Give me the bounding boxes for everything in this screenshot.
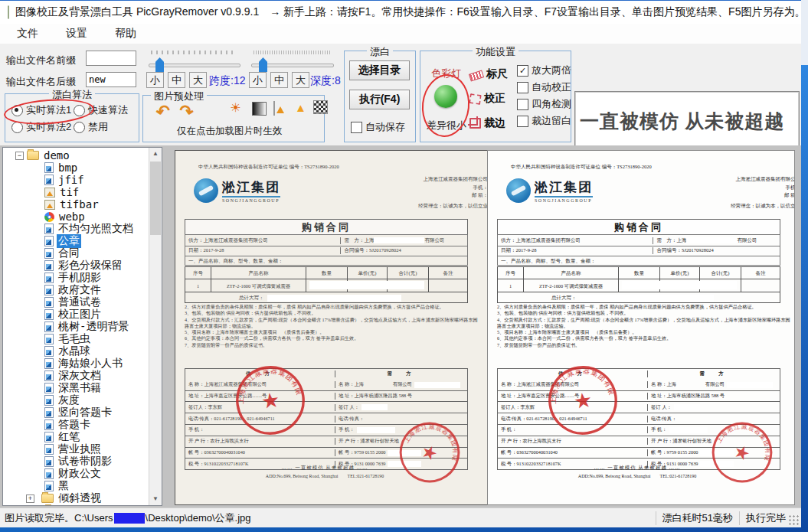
check-四角检测[interactable]: 四角检测 <box>517 96 571 113</box>
date-row: 日期：2017-9-28 合同编号：SJ20170928024 <box>185 246 468 256</box>
preview-original[interactable]: 中华人民共和国特种设备制造许可证单位 编号：TS2731890-2020 淞江集… <box>175 150 505 505</box>
product-table-header: 序号产品名称数量单价(元)合计(元)备注 <box>498 267 780 279</box>
tree-item-partial[interactable] <box>3 504 149 505</box>
span-slider-ticks <box>151 51 237 54</box>
tree-item-root[interactable]: −demo <box>3 149 149 162</box>
size-button-中[interactable]: 中 <box>168 72 185 88</box>
tree-item-毛毛虫[interactable]: 毛毛虫 <box>3 333 149 345</box>
chrome-icon <box>44 212 54 222</box>
contract-title: 购销合同 <box>185 219 468 235</box>
check-放大两倍[interactable]: ✓放大两倍 <box>517 62 571 79</box>
phone-line: 手机： <box>418 184 488 192</box>
section-heading: 一、产品名称、商标、型号、数量、金额： <box>185 256 468 266</box>
radio-禁用[interactable]: 禁用 <box>74 119 136 135</box>
scroll-up-icon[interactable]: ▲ <box>149 148 162 160</box>
image-icon <box>44 444 54 455</box>
size-button-大[interactable]: 大 <box>292 72 309 88</box>
tree-item-答题卡[interactable]: 答题卡 <box>3 419 149 431</box>
company-contact: 上海淞江减震器集团有限公司 手机： 邮 箱： 经营理念：以诚为本，以信立业 <box>731 175 795 210</box>
tree-item-普通试卷[interactable]: 普通试卷 <box>3 296 149 308</box>
undo-icon[interactable]: ↶ <box>155 101 172 123</box>
tree-item-试卷带阴影[interactable]: 试卷带阴影 <box>3 455 149 468</box>
check-自动校正[interactable]: 自动校正 <box>517 79 571 96</box>
threshold-icon[interactable]: ▲ <box>294 102 307 114</box>
scroll-down-icon[interactable]: ▼ <box>149 493 162 505</box>
algorithm-groupbox: 漂白算法 实时算法1快速算法实时算法2禁用 <box>5 93 139 142</box>
size-button-小[interactable]: 小 <box>249 72 267 88</box>
image-icon <box>44 358 54 369</box>
date-cell: 日期：2017-9-28 <box>185 247 340 254</box>
tree-item-彩色分级保留[interactable]: 彩色分级保留 <box>3 259 149 272</box>
tree-item-政府文件[interactable]: 政府文件 <box>3 284 149 296</box>
image-icon <box>44 297 54 308</box>
tree-item-jfif[interactable]: jfif <box>3 174 149 186</box>
tree-item-海姑娘小人书[interactable]: 海姑娘小人书 <box>3 357 149 370</box>
tool-裁边[interactable]: 裁边 <box>469 111 508 135</box>
tree-item-合同[interactable]: 合同 <box>3 247 149 259</box>
tree-item-手机阴影[interactable]: 手机阴影 <box>3 272 149 284</box>
span-size-buttons: 小中大 <box>146 72 207 88</box>
suffix-input[interactable] <box>86 72 136 87</box>
scrollbar-thumb[interactable] <box>150 162 161 235</box>
checkbox-icon: ✓ <box>517 65 528 77</box>
tree-item-营业执照[interactable]: 营业执照 <box>3 443 149 455</box>
menu-文件[interactable]: 文件 <box>6 24 49 43</box>
tool-校正[interactable]: 校正 <box>469 86 508 111</box>
tree-scrollbar[interactable]: ▲ ▼ <box>149 148 162 505</box>
app-icon <box>8 5 9 19</box>
image-icon <box>44 407 54 418</box>
dither-icon[interactable] <box>313 100 328 114</box>
tree-item-红笔[interactable]: 红笔 <box>3 431 149 443</box>
redo-icon[interactable]: ↷ <box>178 101 195 123</box>
tree-item-水晶球[interactable]: 水晶球 <box>3 345 149 357</box>
size-button-小[interactable]: 小 <box>146 72 164 88</box>
parties-table-head: 供 方 需 方 <box>498 369 780 380</box>
window-title: 图像校正及背景漂白工具 PicGrayRemover v0.9.9.1 <box>15 5 259 19</box>
size-button-中[interactable]: 中 <box>270 72 288 88</box>
preprocess-hint: 仅在点击加载图片时生效 <box>177 125 283 138</box>
parties-table: 供 方 需 方 名 称：上海淞江减震器集团有限公司名 称：上海 有限公司地 址：… <box>185 368 468 470</box>
prefix-input[interactable] <box>86 51 136 66</box>
radio-实时算法2[interactable]: 实时算法2 <box>11 119 74 135</box>
tree-item-财政公文[interactable]: 财政公文 <box>3 468 149 480</box>
radio-快速算法[interactable]: 快速算法 <box>74 102 136 119</box>
size-button-大[interactable]: 大 <box>189 72 207 88</box>
execute-button[interactable]: 执行(F4) <box>349 90 410 109</box>
check-裁边留白[interactable]: 裁边留白 <box>517 113 571 129</box>
control-panel: 输出文件名前缀 输出文件名后缀 漂白算法 实时算法1快速算法实时算法2禁用 小中… <box>0 44 801 145</box>
depth-slider-ticks <box>254 51 330 54</box>
span-slider-thumb[interactable] <box>155 57 164 72</box>
tree-item-桃树-透明背景[interactable]: 桃树-透明背景 <box>3 321 149 333</box>
preview-processed[interactable]: 中华人民共和国特种设备制造许可证单位 编号：TS2731890-2020 淞江集… <box>487 150 795 505</box>
status-right: 漂白耗时51毫秒 执行完毕 <box>649 511 801 526</box>
tree-item-bmp[interactable]: bmp <box>3 162 149 174</box>
tree-item-深黑书籍[interactable]: 深黑书籍 <box>3 382 149 394</box>
contrast-icon[interactable] <box>252 102 267 116</box>
histogram-icon[interactable] <box>273 101 275 116</box>
tree-item-公章[interactable]: 公章 <box>3 235 149 247</box>
menu-设置[interactable]: 设置 <box>55 24 98 43</box>
tree-item-黑[interactable]: 黑 <box>3 480 149 492</box>
checkbox-icon <box>517 116 528 127</box>
autosave-checkbox[interactable]: 自动保存 <box>351 120 405 134</box>
tree-item-深灰文档[interactable]: 深灰文档 <box>3 370 149 382</box>
expander-icon: + <box>26 494 34 503</box>
brightness-icon[interactable]: ☀ <box>229 102 242 114</box>
depth-slider-thumb[interactable] <box>259 57 267 72</box>
tree-item-不均匀光照文档[interactable]: 不均匀光照文档 <box>3 223 149 235</box>
tree-item-竖向答题卡[interactable]: 竖向答题卡 <box>3 406 149 419</box>
tree-item-webp[interactable]: webp <box>3 211 149 223</box>
tree-item-tifbar[interactable]: tifbar <box>3 198 149 211</box>
image-icon <box>44 395 54 406</box>
tool-标尺[interactable]: 标尺 <box>469 62 508 86</box>
tree-item-灰度[interactable]: 灰度 <box>3 394 149 406</box>
image-icon <box>44 273 54 283</box>
resize-grip[interactable] <box>789 515 800 526</box>
tree-item-倾斜透视[interactable]: +倾斜透视 <box>3 492 149 504</box>
tree-item-校正图片[interactable]: 校正图片 <box>3 308 149 321</box>
tree-item-tif[interactable]: tif <box>3 186 149 198</box>
menu-帮助[interactable]: 帮助 <box>104 24 147 43</box>
cert-line: 中华人民共和国特种设备制造许可证单位 编号：TS2731890-2020 <box>198 164 339 171</box>
radio-实时算法1[interactable]: 实时算法1 <box>11 102 74 119</box>
select-directory-button[interactable]: 选择目录 <box>349 60 410 80</box>
